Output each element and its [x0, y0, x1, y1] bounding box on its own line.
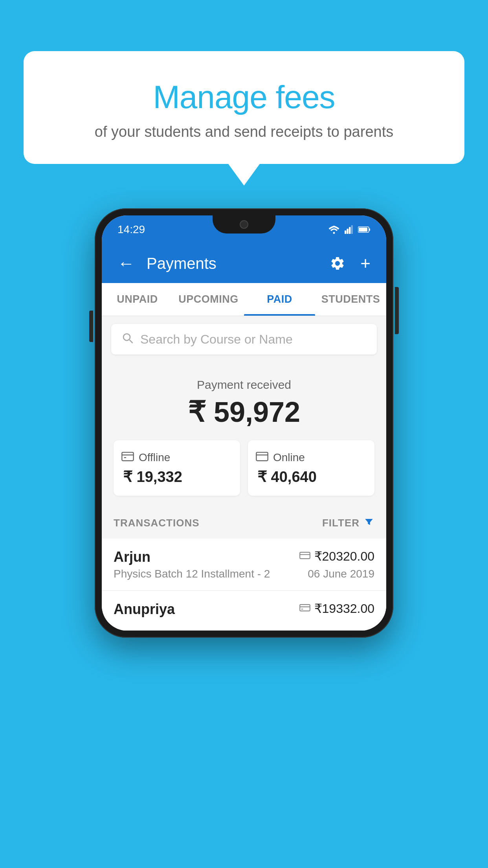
settings-button[interactable] — [327, 252, 349, 274]
add-button[interactable]: + — [356, 250, 374, 277]
svg-rect-1 — [345, 230, 346, 234]
hero-title: Manage fees — [47, 79, 441, 116]
notch — [213, 215, 275, 234]
svg-rect-2 — [347, 229, 349, 234]
svg-rect-6 — [369, 228, 370, 231]
online-card-icon — [299, 550, 310, 563]
svg-point-0 — [333, 232, 335, 234]
table-row[interactable]: Anupriya ₹19332.00 — [102, 591, 386, 631]
search-icon — [121, 331, 134, 348]
tab-paid[interactable]: PAID — [244, 283, 315, 316]
signal-icon — [344, 225, 354, 234]
transactions-header: TRANSACTIONS FILTER — [102, 508, 386, 539]
online-payment-card: Online ₹ 40,640 — [248, 440, 374, 496]
back-button[interactable]: ← — [114, 250, 139, 277]
transaction-list: Arjun ₹20320.00 Physics — [102, 539, 386, 631]
offline-payment-card: Offline ₹ 19,332 — [114, 440, 240, 496]
search-bar[interactable]: Search by Course or Name — [111, 324, 377, 355]
online-amount: ₹ 40,640 — [256, 468, 367, 485]
filter-button[interactable]: FILTER — [322, 516, 374, 530]
svg-rect-3 — [349, 227, 350, 234]
svg-rect-7 — [359, 228, 367, 232]
battery-icon — [358, 226, 371, 233]
filter-label: FILTER — [322, 517, 360, 529]
svg-rect-4 — [351, 225, 353, 234]
wifi-icon — [328, 225, 340, 234]
phone-screen: 14:29 — [102, 215, 386, 631]
offline-card-icon — [299, 603, 310, 615]
payment-received-total: ₹ 59,972 — [114, 395, 374, 428]
camera — [240, 220, 248, 229]
transaction-date: 06 June 2019 — [308, 568, 374, 580]
speech-bubble-arrow — [228, 164, 260, 186]
transaction-name: Anupriya — [114, 601, 175, 618]
payment-cards: Offline ₹ 19,332 — [114, 440, 374, 496]
status-time: 14:29 — [117, 223, 145, 236]
tab-unpaid[interactable]: UNPAID — [102, 283, 173, 316]
app-bar: ← Payments + — [102, 244, 386, 283]
status-icons — [328, 225, 371, 234]
transaction-amount: ₹20320.00 — [314, 549, 374, 564]
search-container: Search by Course or Name — [102, 316, 386, 362]
offline-amount: ₹ 19,332 — [121, 468, 232, 485]
table-row[interactable]: Arjun ₹20320.00 Physics — [102, 539, 386, 591]
speech-bubble: Manage fees of your students and send re… — [24, 51, 464, 164]
transaction-name: Arjun — [114, 549, 150, 565]
app-bar-title: Payments — [147, 255, 319, 272]
filter-icon — [363, 516, 374, 530]
payment-received-section: Payment received ₹ 59,972 — [102, 362, 386, 508]
search-placeholder: Search by Course or Name — [140, 332, 293, 347]
speech-bubble-wrapper: Manage fees of your students and send re… — [24, 51, 464, 186]
svg-rect-8 — [122, 452, 133, 461]
tab-upcoming[interactable]: UPCOMING — [173, 283, 244, 316]
transaction-amount-wrapper: ₹20320.00 — [299, 549, 374, 564]
hero-subtitle: of your students and send receipts to pa… — [47, 123, 441, 140]
payment-received-label: Payment received — [114, 378, 374, 392]
svg-rect-15 — [300, 604, 310, 611]
transaction-course: Physics Batch 12 Installment - 2 — [114, 568, 270, 580]
phone-outer: 14:29 — [95, 208, 393, 638]
offline-icon — [121, 451, 134, 464]
svg-rect-11 — [256, 452, 268, 461]
transaction-amount-wrapper: ₹19332.00 — [299, 601, 374, 616]
offline-label: Offline — [139, 451, 170, 464]
gear-icon — [330, 256, 345, 271]
tab-students[interactable]: STUDENTS — [315, 283, 386, 316]
transaction-amount: ₹19332.00 — [314, 601, 374, 616]
online-icon — [256, 451, 268, 464]
tabs-bar: UNPAID UPCOMING PAID STUDENTS — [102, 283, 386, 316]
svg-rect-13 — [300, 552, 310, 558]
transactions-label: TRANSACTIONS — [114, 517, 200, 529]
phone-wrapper: 14:29 — [95, 208, 393, 638]
online-label: Online — [273, 451, 305, 464]
